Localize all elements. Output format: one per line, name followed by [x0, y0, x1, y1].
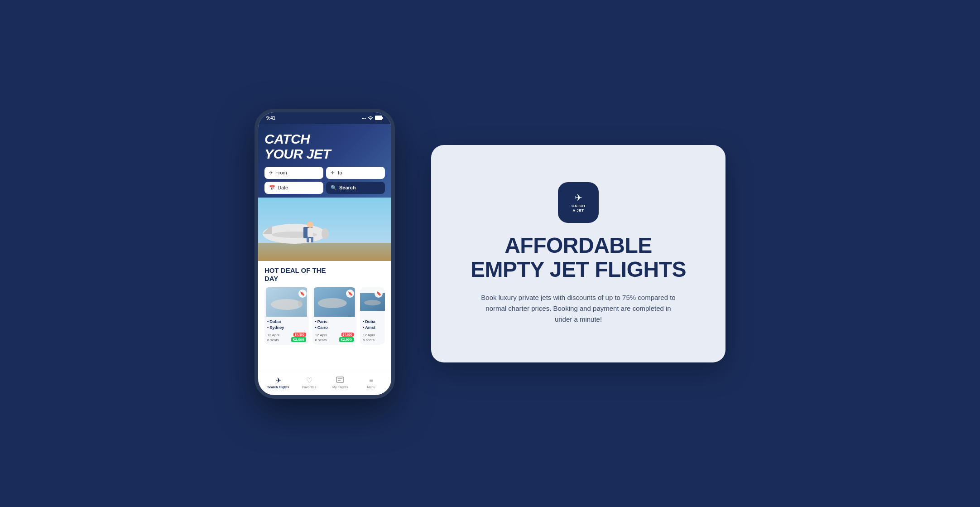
- deal-section: HOT DEAL OF THE DAY: [258, 261, 391, 370]
- logo-text: CATCH A JET: [572, 204, 585, 212]
- status-icons: ▪▪▪: [361, 116, 383, 121]
- svg-rect-12: [311, 237, 313, 242]
- svg-point-15: [298, 300, 303, 307]
- deal-card-image-1: 🔖: [264, 287, 309, 317]
- date-input[interactable]: 📅 Date: [264, 182, 323, 194]
- deal-card-body-2: •Paris •Cairo 12 April 6 seats €4,600: [312, 317, 357, 345]
- scene: 9:41 ▪▪▪ CATCH YOUR JET: [0, 0, 980, 507]
- wifi-icon: [368, 116, 373, 121]
- deal-card-image-3: 🔖: [360, 287, 385, 317]
- deal-route-3: •Duba •Amst: [363, 319, 382, 331]
- departure-icon: ✈: [269, 170, 273, 176]
- hero-section: CATCH YOUR JET ✈ From ✈ To: [258, 124, 391, 261]
- hot-deal-title: HOT DEAL OF THE DAY: [264, 266, 385, 283]
- search-icon: 🔍: [331, 185, 337, 191]
- bookmark-icon-2[interactable]: 🔖: [346, 290, 354, 298]
- app-logo: ✈ CATCH A JET: [558, 182, 599, 223]
- svg-point-14: [271, 299, 303, 310]
- deal-card-body-3: •Duba •Amst 12 April 6 seats: [360, 317, 385, 345]
- hero-title: CATCH YOUR JET: [264, 131, 385, 161]
- deal-prices-1: €4,500 €2,000: [291, 333, 306, 342]
- status-time: 9:41: [266, 116, 275, 121]
- bottom-nav: ✈ Search Flights ♡ Favorites My: [258, 370, 391, 395]
- old-price-2: €4,600: [341, 333, 354, 337]
- nav-menu[interactable]: ≡ Menu: [356, 377, 387, 389]
- deal-cards-container: 🔖 •Dubai •Sydney 12 April 6 seats: [264, 287, 385, 345]
- signal-icon: ▪▪▪: [361, 116, 366, 121]
- svg-rect-3: [258, 243, 391, 261]
- search-row-2: 📅 Date 🔍 Search: [264, 182, 385, 194]
- deal-card-2[interactable]: 🔖 •Paris •Cairo 12 April 6 seats: [312, 287, 357, 345]
- card-headline: AFFORDABLE EMPTY JET FLIGHTS: [471, 234, 686, 282]
- deal-card-3[interactable]: 🔖 •Duba •Amst 12 April 6 seats: [360, 287, 385, 345]
- arrival-icon: ✈: [331, 170, 335, 176]
- bookmark-icon-3[interactable]: 🔖: [375, 290, 383, 298]
- nav-search-flights[interactable]: ✈ Search Flights: [263, 376, 294, 389]
- svg-point-17: [317, 298, 346, 308]
- svg-rect-20: [336, 377, 344, 382]
- svg-rect-10: [307, 228, 313, 237]
- nav-favorites[interactable]: ♡ Favorites: [294, 376, 325, 389]
- deal-date-seats-3: 12 April 6 seats: [363, 333, 375, 343]
- from-input[interactable]: ✈ From: [264, 167, 323, 179]
- search-row-1: ✈ From ✈ To: [264, 167, 385, 179]
- deal-route-2: •Paris •Cairo: [315, 319, 354, 331]
- card-subtext: Book luxury private jets with discounts …: [476, 292, 680, 325]
- info-card: ✈ CATCH A JET AFFORDABLE EMPTY JET FLIGH…: [431, 145, 725, 362]
- battery-icon: [375, 116, 383, 121]
- svg-rect-0: [375, 116, 382, 120]
- deal-card-1[interactable]: 🔖 •Dubai •Sydney 12 April 6 seats: [264, 287, 309, 345]
- status-bar: 9:41 ▪▪▪: [258, 112, 391, 124]
- deal-card-body-1: •Dubai •Sydney 12 April 6 seats €4,500: [264, 317, 309, 345]
- deal-prices-2: €4,600 €2,900: [339, 333, 354, 342]
- deal-info-3: 12 April 6 seats: [363, 333, 382, 343]
- calendar-icon: 📅: [269, 185, 275, 191]
- phone-mockup: 9:41 ▪▪▪ CATCH YOUR JET: [255, 109, 395, 399]
- phone-content: CATCH YOUR JET ✈ From ✈ To: [258, 124, 391, 395]
- deal-card-image-2: 🔖: [312, 287, 357, 317]
- to-input[interactable]: ✈ To: [326, 167, 385, 179]
- deal-info-2: 12 April 6 seats €4,600 €2,900: [315, 333, 354, 343]
- search-flights-icon: ✈: [275, 376, 281, 385]
- svg-point-5: [322, 228, 329, 239]
- my-flights-icon: [336, 377, 344, 385]
- old-price-1: €4,500: [293, 333, 306, 337]
- new-price-1: €2,000: [291, 337, 306, 342]
- deal-date-seats-1: 12 April 6 seats: [267, 333, 279, 343]
- svg-point-19: [364, 299, 381, 305]
- deal-info-1: 12 April 6 seats €4,500 €2,000: [267, 333, 306, 343]
- menu-icon: ≡: [369, 377, 373, 385]
- svg-point-9: [307, 222, 313, 228]
- svg-rect-1: [382, 117, 383, 119]
- search-button[interactable]: 🔍 Search: [326, 182, 385, 194]
- logo-plane-icon: ✈: [575, 192, 582, 203]
- bookmark-icon-1[interactable]: 🔖: [298, 290, 307, 298]
- deal-date-seats-2: 12 April 6 seats: [315, 333, 327, 343]
- deal-route-1: •Dubai •Sydney: [267, 319, 306, 331]
- new-price-2: €2,900: [339, 337, 354, 342]
- hero-image: [258, 198, 391, 261]
- svg-rect-11: [307, 237, 309, 242]
- favorites-icon: ♡: [306, 376, 312, 385]
- nav-my-flights[interactable]: My Flights: [325, 377, 356, 389]
